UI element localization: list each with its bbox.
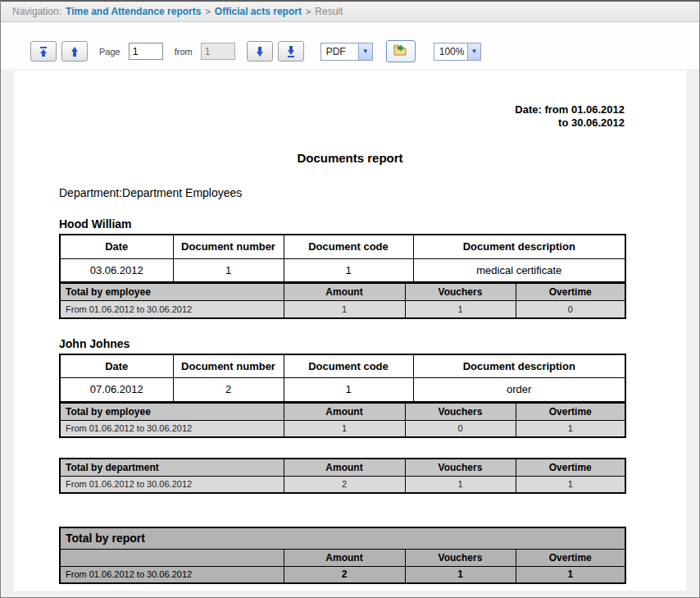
prev-page-button[interactable]	[61, 41, 88, 62]
chevron-down-icon: ▼	[467, 43, 480, 60]
table-header-cell: Vouchers	[405, 459, 516, 476]
period-cell: From 01.06.2012 to 30.06.2012	[60, 566, 284, 583]
table-header-cell: Amount	[284, 403, 405, 420]
table-header-cell: Document number	[173, 354, 284, 378]
toolbar: Page from PDF ▼	[30, 40, 699, 62]
zoom-select-value: 100%	[434, 46, 467, 57]
totals-label: Total by department	[60, 459, 284, 476]
documents-table: Date Document number Document code Docum…	[59, 234, 626, 283]
table-header-cell: Overtime	[516, 284, 625, 301]
toolbar-area: Page from PDF ▼	[1, 22, 699, 69]
totals-header-row: Amount Vouchers Overtime	[60, 549, 625, 566]
from-label: from	[175, 47, 193, 57]
total-pages-input	[201, 43, 235, 60]
department-line: Department:Department Employees	[59, 186, 686, 199]
table-cell: 1	[405, 566, 516, 583]
last-page-button[interactable]	[278, 41, 304, 62]
first-page-button[interactable]	[30, 41, 57, 62]
format-select[interactable]: PDF ▼	[320, 43, 373, 61]
table-header-cell: Document description	[413, 235, 625, 258]
report-date: Date: from 01.06.2012 to 30.06.2012	[14, 103, 625, 130]
totals-data-row: From 01.06.2012 to 30.06.2012 2 1 1	[60, 476, 625, 493]
table-cell: 0	[516, 301, 625, 318]
report-title: Documents report	[14, 151, 686, 165]
department-label: Department:	[59, 186, 122, 199]
table-cell: 1	[284, 258, 413, 282]
totals-header-row: Total by employee Amount Vouchers Overti…	[60, 403, 625, 420]
table-cell: 1	[284, 301, 405, 318]
chevron-down-icon: ▼	[358, 43, 372, 60]
table-cell: 1	[516, 420, 625, 437]
table-header-cell: Date	[60, 354, 173, 378]
table-header-cell: Amount	[284, 549, 405, 566]
breadcrumb-separator: >	[205, 7, 210, 16]
totals-label: Total by report	[60, 527, 625, 549]
table-cell: 2	[173, 378, 284, 402]
table-header-cell: Overtime	[516, 549, 625, 566]
table-header-cell: Overtime	[516, 403, 625, 420]
table-cell: 03.06.2012	[60, 258, 173, 282]
nav-label: Navigation:	[12, 6, 61, 17]
arrow-up-icon	[69, 46, 80, 57]
table-header-cell: Document description	[413, 354, 625, 378]
table-header-cell: Document code	[284, 354, 413, 378]
period-cell: From 01.06.2012 to 30.06.2012	[60, 420, 284, 437]
table-cell: 2	[284, 566, 405, 583]
table-header-cell: Document code	[284, 235, 413, 258]
report-totals-table: Total by report Amount Vouchers Overtime…	[59, 527, 626, 584]
documents-table: Date Document number Document code Docum…	[59, 354, 626, 403]
content-area: Date: from 01.06.2012 to 30.06.2012 Docu…	[1, 69, 699, 597]
table-cell: 1	[284, 378, 413, 402]
nav-link-time-attendance-reports[interactable]: Time and Attendance reports	[66, 6, 201, 17]
totals-label: Total by employee	[60, 403, 284, 420]
nav-current-result: Result	[315, 6, 343, 17]
table-cell: order	[413, 378, 625, 402]
totals-data-row: From 01.06.2012 to 30.06.2012 2 1 1	[60, 566, 625, 583]
table-header-cell: Date	[60, 235, 173, 258]
totals-data-row: From 01.06.2012 to 30.06.2012 1 1 0	[60, 301, 625, 318]
employee-totals-table: Total by employee Amount Vouchers Overti…	[59, 403, 626, 439]
format-select-value: PDF	[321, 46, 351, 57]
employee-name: Hood William	[59, 217, 686, 231]
nav-bar: Navigation: Time and Attendance reports …	[1, 2, 699, 22]
page-input[interactable]	[129, 43, 163, 60]
zoom-select[interactable]: 100% ▼	[434, 43, 481, 61]
table-header-cell: Vouchers	[405, 549, 516, 566]
table-cell: 1	[284, 420, 405, 437]
table-cell: 1	[173, 258, 284, 282]
table-cell: 0	[405, 420, 516, 437]
export-button[interactable]	[386, 40, 416, 62]
app-window: Navigation: Time and Attendance reports …	[0, 0, 700, 598]
table-cell: 1	[516, 566, 625, 583]
report-date-line1: Date: from 01.06.2012	[14, 103, 625, 116]
report-totals-label-row: Total by report	[60, 527, 625, 549]
report-panel: Date: from 01.06.2012 to 30.06.2012 Docu…	[14, 71, 686, 591]
documents-table-header: Date Document number Document code Docum…	[60, 235, 625, 258]
totals-header-row: Total by employee Amount Vouchers Overti…	[60, 284, 625, 301]
breadcrumb-separator: >	[306, 7, 311, 16]
table-header-cell: Amount	[284, 459, 405, 476]
export-icon	[393, 43, 408, 60]
report-date-line2: to 30.06.2012	[14, 116, 625, 130]
totals-label: Total by employee	[60, 284, 284, 301]
period-cell: From 01.06.2012 to 30.06.2012	[60, 476, 284, 493]
table-cell: 07.06.2012	[60, 378, 173, 402]
nav-link-official-acts-report[interactable]: Official acts report	[215, 6, 302, 17]
totals-data-row: From 01.06.2012 to 30.06.2012 1 0 1	[60, 420, 625, 437]
table-header-cell: Amount	[284, 284, 405, 301]
documents-table-header: Date Document number Document code Docum…	[60, 354, 625, 378]
department-value: Department Employees	[122, 186, 242, 199]
table-row: 07.06.2012 2 1 order	[60, 378, 625, 402]
arrow-down-icon	[254, 46, 266, 57]
employee-totals-table: Total by employee Amount Vouchers Overti…	[59, 283, 626, 319]
table-cell: 1	[405, 476, 516, 493]
table-header-cell: Vouchers	[405, 284, 516, 301]
table-cell: 1	[405, 301, 516, 318]
next-page-button[interactable]	[247, 41, 273, 62]
table-header-cell: Document number	[173, 235, 284, 258]
period-cell: From 01.06.2012 to 30.06.2012	[60, 301, 284, 318]
employee-name: John Johnes	[59, 337, 686, 350]
table-cell: 2	[284, 476, 405, 493]
table-cell: 1	[516, 476, 625, 493]
page-label: Page	[99, 47, 120, 57]
